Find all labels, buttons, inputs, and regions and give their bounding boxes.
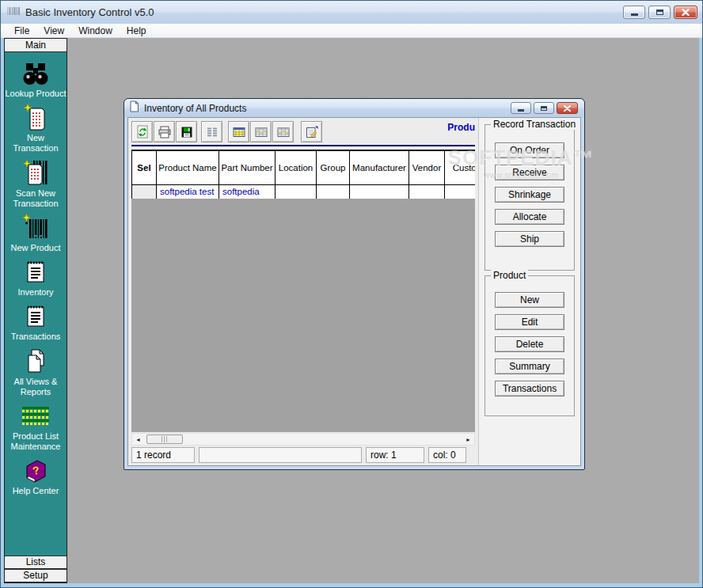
product-group-title: Product <box>491 270 528 281</box>
sidebar-item-scan-new-transaction[interactable]: Scan New Transaction <box>5 160 66 209</box>
sidebar-tab-lists[interactable]: Lists <box>5 556 66 569</box>
window-controls <box>623 6 697 19</box>
child-minimize-button[interactable] <box>511 102 531 114</box>
table-grid-icon <box>254 125 268 139</box>
save-icon <box>180 125 194 139</box>
shrinkage-button[interactable]: Shrinkage <box>495 187 564 203</box>
save-button[interactable] <box>176 121 197 142</box>
column-header-vendor[interactable]: Vendor <box>409 151 445 185</box>
transactions-button[interactable]: Transactions <box>495 381 564 396</box>
grid-view-alt-button[interactable] <box>272 121 294 142</box>
close-icon <box>682 9 690 16</box>
cell-part-number[interactable]: softpedia <box>219 185 276 199</box>
on-order-button[interactable]: On Order <box>495 142 564 158</box>
sidebar-item-transactions[interactable]: Transactions <box>5 303 66 342</box>
sidebar-item-help-center[interactable]: ? Help Center <box>5 457 66 496</box>
sidebar-item-new-transaction[interactable]: New Transaction <box>5 104 66 154</box>
scroll-right-arrow[interactable]: ► <box>462 434 474 445</box>
list-view-button[interactable] <box>201 121 222 142</box>
new-barcode-icon <box>22 214 49 241</box>
help-book-icon: ? <box>22 457 49 484</box>
child-statusbar: 1 record row: 1 col: 0 <box>131 446 475 465</box>
status-col-indicator: col: 0 <box>428 447 466 463</box>
delete-product-button[interactable]: Delete <box>495 336 564 352</box>
document-icon <box>129 101 139 116</box>
close-icon <box>564 105 571 112</box>
app-titlebar[interactable]: Basic Inventory Control v5.0 <box>1 1 702 24</box>
column-header-custom[interactable]: Custom <box>445 151 475 185</box>
grid-row[interactable]: softpedia test softpedia <box>132 185 475 199</box>
cell-vendor[interactable] <box>409 185 445 199</box>
column-header-sel[interactable]: Sel <box>132 151 157 185</box>
child-maximize-button[interactable] <box>534 102 554 114</box>
record-transaction-group: Record Transaction On Order Receive Shri… <box>484 124 575 271</box>
minimize-icon <box>631 13 638 16</box>
maximize-icon <box>541 106 547 111</box>
scroll-left-arrow[interactable]: ◄ <box>132 434 144 445</box>
receive-button[interactable]: Receive <box>495 165 564 180</box>
column-header-part-number[interactable]: Part Number <box>219 151 276 185</box>
menubar: File View Window Help <box>1 24 702 38</box>
sidebar-item-new-product[interactable]: New Product <box>5 214 66 253</box>
column-header-product-name[interactable]: Product Name <box>157 151 219 185</box>
child-close-button[interactable] <box>557 102 578 114</box>
cell-sel[interactable] <box>132 185 157 199</box>
minimize-button[interactable] <box>623 6 645 19</box>
products-link-label: Produ <box>447 122 475 133</box>
menu-file[interactable]: File <box>7 24 36 38</box>
new-receipt-icon <box>24 104 48 131</box>
properties-icon <box>305 125 319 139</box>
cell-custom[interactable] <box>445 185 475 199</box>
child-window: Inventory of All Products <box>124 98 585 470</box>
minimize-icon <box>518 109 524 112</box>
child-titlebar[interactable]: Inventory of All Products <box>124 99 584 117</box>
sidebar-tab-setup[interactable]: Setup <box>5 569 66 582</box>
maximize-button[interactable] <box>648 6 671 19</box>
scrollbar-thumb[interactable] <box>146 434 183 444</box>
record-transaction-group-title: Record Transaction <box>491 119 578 130</box>
menu-window[interactable]: Window <box>71 24 120 38</box>
sidebar-item-lookup-product[interactable]: Lookup Product <box>5 60 66 99</box>
edit-product-button[interactable]: Edit <box>495 314 564 330</box>
sidebar-body: Lookup Product New Transaction Scan New … <box>5 52 66 556</box>
column-header-group[interactable]: Group <box>317 151 350 185</box>
refresh-button[interactable] <box>131 121 153 142</box>
grid-section: Produ Sel Product Name Part Number Locat… <box>128 118 479 465</box>
sidebar: Main Lookup Product New Transaction <box>4 38 67 583</box>
sidebar-item-product-list-maintenance[interactable]: Product List Maintenance <box>5 403 66 452</box>
allocate-button[interactable]: Allocate <box>495 209 564 225</box>
binoculars-icon <box>21 60 50 87</box>
cell-location[interactable] <box>276 185 317 199</box>
horizontal-scrollbar[interactable]: ◄ ► <box>131 433 475 446</box>
table-highlight-icon <box>232 125 246 139</box>
ship-button[interactable]: Ship <box>495 231 564 247</box>
menu-view[interactable]: View <box>36 24 71 38</box>
product-group: Product New Edit Delete Summary Transact… <box>484 275 575 416</box>
grid-header-row: Sel Product Name Part Number Location Gr… <box>132 151 475 185</box>
action-panel: Record Transaction On Order Receive Shri… <box>479 118 580 465</box>
print-button[interactable] <box>154 121 175 142</box>
close-button[interactable] <box>674 6 697 19</box>
notepad-icon <box>24 259 48 286</box>
column-header-manufacturer[interactable]: Manufacturer <box>350 151 409 185</box>
new-product-button[interactable]: New <box>495 292 564 308</box>
grid-view-button[interactable] <box>250 121 272 142</box>
cell-product-name[interactable]: softpedia test <box>157 185 219 199</box>
sidebar-item-all-views-reports[interactable]: All Views & Reports <box>5 348 66 397</box>
sidebar-item-inventory[interactable]: Inventory <box>5 259 66 298</box>
app-window: Basic Inventory Control v5.0 File View W… <box>0 0 703 588</box>
scan-receipt-icon <box>23 160 48 187</box>
table-view-button[interactable] <box>228 121 249 142</box>
barcode-app-icon <box>7 6 20 20</box>
list-icon <box>205 125 219 139</box>
sidebar-tab-main[interactable]: Main <box>5 39 66 52</box>
cell-group[interactable] <box>317 185 350 199</box>
cell-manufacturer[interactable] <box>350 185 409 199</box>
child-window-title: Inventory of All Products <box>144 103 246 114</box>
menu-help[interactable]: Help <box>120 24 154 38</box>
summary-button[interactable]: Summary <box>495 358 564 374</box>
status-row-indicator: row: 1 <box>366 447 424 463</box>
column-header-location[interactable]: Location <box>276 151 317 185</box>
properties-button[interactable] <box>301 121 322 142</box>
products-grid: Sel Product Name Part Number Location Gr… <box>131 150 475 432</box>
